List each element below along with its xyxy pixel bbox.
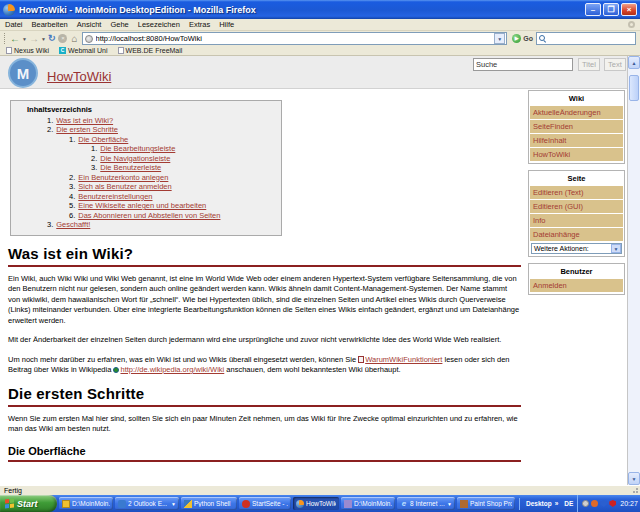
reload-button[interactable]: ↻ (47, 32, 57, 45)
wikipedia-link[interactable]: http://de.wikipedia.org/wiki/Wiki (120, 365, 224, 374)
restore-button[interactable]: ❐ (603, 3, 619, 16)
menu-datei[interactable]: Datei (5, 20, 23, 29)
taskbar-clock[interactable]: 20:27 (618, 500, 640, 507)
language-indicator[interactable]: DE (561, 500, 576, 507)
bookmark-nexus-wiki[interactable]: Nexus Wiki (6, 47, 49, 54)
scroll-down-icon[interactable]: ▼ (628, 472, 640, 485)
toc-link[interactable]: Die Navigationsleiste (100, 154, 170, 163)
minimize-button[interactable]: – (585, 3, 601, 16)
sidebar-item-info[interactable]: Info (530, 214, 623, 227)
menu-extras[interactable]: Extras (189, 20, 210, 29)
toc-link[interactable]: Die Benutzerleiste (100, 163, 161, 172)
taskbar-button-howtowiki[interactable]: HowToWiki - ... (293, 497, 339, 510)
home-button[interactable]: ⌂ (71, 33, 77, 44)
bookmark-webmail-uni[interactable]: C Webmail Uni (59, 47, 108, 54)
toc-number: 2. (47, 125, 53, 134)
back-button[interactable]: ← (9, 32, 21, 45)
group-dropdown-icon: ▼ (171, 501, 176, 507)
menu-gehe[interactable]: Gehe (110, 20, 128, 29)
sidebar-item-hilfeinhalt[interactable]: HilfeInhalt (530, 134, 623, 147)
url-bar[interactable]: http://localhost:8080/HowToWiki ▼ (82, 32, 508, 45)
window-titlebar[interactable]: HowToWiki - MoinMoin DesktopEdition - Mo… (0, 0, 640, 19)
folder-icon (62, 500, 70, 508)
toc-link[interactable]: Eine Wikiseite anlegen und bearbeiten (78, 201, 206, 210)
desktop-toolbar[interactable]: Desktop » (523, 500, 561, 507)
taskbar-button-paint-shop-pro[interactable]: Paint Shop Pro (457, 497, 515, 510)
wiki-page-title-link[interactable]: HowToWiki (47, 69, 111, 84)
toc-number: 1. (69, 135, 75, 144)
search-text-button[interactable]: Text (604, 58, 626, 71)
scrollbar-thumb[interactable] (629, 75, 639, 101)
tray-antivirus-icon[interactable] (609, 500, 616, 507)
tray-shield-blue-icon[interactable] (600, 500, 607, 507)
bookmark-webde-freemail[interactable]: WEB.DE FreeMail (118, 47, 183, 54)
menu-hilfe[interactable]: Hilfe (219, 20, 234, 29)
wiki-search-input[interactable] (473, 58, 573, 71)
page-favicon-icon (85, 35, 93, 43)
toc-link[interactable]: Die Oberfläche (78, 135, 128, 144)
toc-link[interactable]: Das Abonnieren und Abbstellen von Seiten (78, 211, 220, 220)
taskbar-button-outlook-group[interactable]: 2 Outlook E... ▼ (115, 497, 179, 510)
task-label: HowToWiki - ... (306, 500, 336, 507)
toc-item: 4.Benutzereinstellungen (17, 192, 275, 202)
forward-dropdown-icon[interactable]: ▼ (40, 36, 47, 42)
scroll-up-icon[interactable]: ▲ (628, 56, 640, 69)
toc-link[interactable]: Ein Benutzerkonto anlegen (78, 173, 168, 182)
back-dropdown-icon[interactable]: ▼ (21, 36, 28, 42)
toc-link[interactable]: Die Bearbeitungsleiste (100, 144, 175, 153)
weitere-aktionen-dropdown[interactable]: Weitere Aktionen: ▼ (531, 243, 622, 254)
internet-explorer-icon: e (400, 500, 408, 508)
sidebar-item-aktuelleaenderungen[interactable]: AktuelleÄnderungen (530, 106, 623, 119)
toc-item: 6.Das Abonnieren und Abbstellen von Seit… (17, 211, 275, 221)
search-title-button[interactable]: Titel (578, 58, 600, 71)
table-of-contents: Inhaltsverzeichnis 1.Was ist ein Wiki? 2… (10, 100, 282, 236)
bookmarks-toolbar: Nexus Wiki C Webmail Uni WEB.DE FreeMail (0, 46, 640, 56)
app-icon (344, 500, 352, 508)
tray-clock-icon[interactable] (582, 500, 589, 507)
warumwikifunktioniert-link[interactable]: WarumWikiFunktioniert (365, 355, 442, 364)
sidebar-item-editieren-gui[interactable]: Editieren (GUI) (530, 200, 623, 213)
toc-item: 5.Eine Wikiseite anlegen und bearbeiten (17, 201, 275, 211)
menu-ansicht[interactable]: Ansicht (77, 20, 102, 29)
go-button[interactable]: ▶ Go (512, 34, 533, 43)
sidebar-item-seitefinden[interactable]: SeiteFinden (530, 120, 623, 133)
toc-link[interactable]: Geschafft! (56, 220, 90, 229)
taskbar-button-python-shell[interactable]: Python Shell (181, 497, 237, 510)
toc-link[interactable]: Benutzereinstellungen (78, 192, 152, 201)
sidebar-item-howtowiki[interactable]: HowToWiki (530, 148, 623, 161)
right-sidebar: Wiki AktuelleÄnderungen SeiteFinden Hilf… (528, 90, 625, 301)
sidebar-item-editieren-text[interactable]: Editieren (Text) (530, 186, 623, 199)
status-text: Fertig (4, 487, 22, 494)
bookmark-label: Webmail Uni (68, 47, 108, 54)
stop-button[interactable]: × (58, 34, 67, 43)
taskbar-button-moinmoin-app[interactable]: D:\MoinMoin... (341, 497, 395, 510)
navigation-toolbar: ← ▼ → ▼ ↻ × ⌂ http://localhost:8080/HowT… (0, 31, 640, 46)
url-text[interactable]: http://localhost:8080/HowToWiki (96, 34, 495, 43)
task-label: Python Shell (194, 500, 231, 507)
sidebar-item-dateianhaenge[interactable]: Dateianhänge (530, 228, 623, 241)
toc-link[interactable]: Was ist ein Wiki? (56, 116, 113, 125)
menu-lesezeichen[interactable]: Lesezeichen (138, 20, 180, 29)
vertical-scrollbar[interactable]: ▲ ▼ (627, 56, 640, 485)
outlook-icon (118, 500, 126, 508)
paragraph-4: Wenn Sie zum ersten Mal hier sind, sollt… (8, 414, 521, 435)
menu-bearbeiten[interactable]: Bearbeiten (32, 20, 68, 29)
taskbar-button-ie-group[interactable]: e 8 Internet ... ▼ (397, 497, 455, 510)
bookmark-label: Nexus Wiki (14, 47, 49, 54)
firefox-window: HowToWiki - MoinMoin DesktopEdition - Mo… (0, 0, 640, 512)
tray-update-icon[interactable] (591, 500, 598, 507)
start-button[interactable]: Start (0, 495, 57, 512)
toc-link[interactable]: Die ersten Schritte (56, 125, 118, 134)
browser-search-box[interactable] (536, 32, 636, 45)
chevron-right-icon[interactable]: » (555, 500, 559, 507)
sidebar-item-anmelden[interactable]: Anmelden (530, 279, 623, 292)
bookmark-label: WEB.DE FreeMail (126, 47, 183, 54)
forward-button[interactable]: → (28, 32, 40, 45)
url-history-dropdown-icon[interactable]: ▼ (494, 33, 505, 44)
taskbar-button-startseite[interactable]: StartSeite - ... (239, 497, 291, 510)
close-button[interactable]: × (621, 3, 637, 16)
taskbar-button-explorer[interactable]: D:\MoinMoin... (59, 497, 113, 510)
menu-bar: Datei Bearbeiten Ansicht Gehe Lesezeiche… (0, 19, 640, 31)
toc-link[interactable]: Sich als Benutzer anmelden (78, 182, 171, 191)
paragraph-2: Mit der Änderbarkeit der einzelnen Seite… (8, 335, 521, 346)
